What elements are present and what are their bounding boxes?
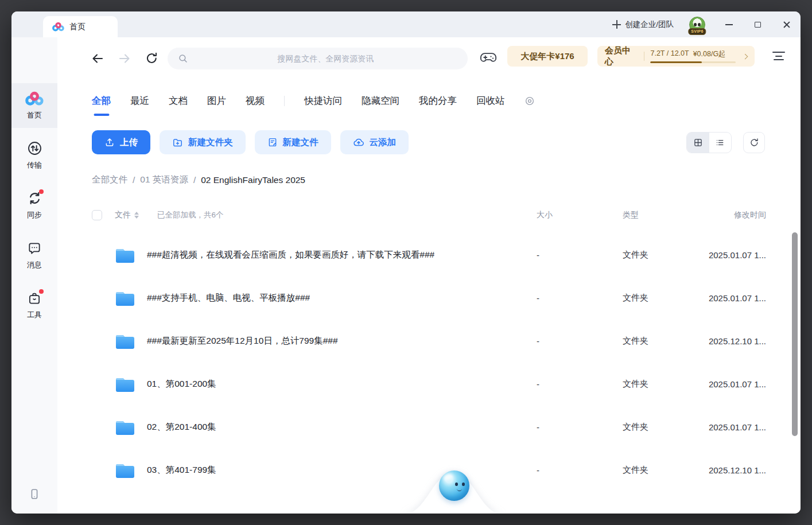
column-file[interactable]: 文件 (115, 210, 131, 220)
file-size: - (537, 336, 623, 346)
sidebar: 首页 传输 (11, 37, 57, 514)
storage-meter[interactable]: 7.2T / 12.0T ¥0.08/G起 (650, 49, 736, 64)
member-center-bar[interactable]: 会员中心 7.2T / 12.0T ¥0.08/G起 (597, 46, 755, 67)
sidebar-item-transfer[interactable]: 传输 (11, 133, 57, 178)
table-header: 文件 已全部加载，共6个 大小 类型 修改时间 (57, 205, 801, 225)
tab-quick-access[interactable]: 快捷访问 (304, 95, 342, 107)
assistant-mascot[interactable] (439, 470, 469, 501)
sidebar-item-messages[interactable]: 消息 (11, 233, 57, 278)
tab-settings-icon[interactable] (525, 96, 535, 106)
tab-hidden-space[interactable]: 隐藏空间 (362, 95, 399, 107)
game-controller-icon[interactable] (480, 50, 497, 65)
file-name[interactable]: ###支持手机、电脑、电视、平板播放### (147, 292, 310, 304)
mobile-device-button[interactable] (11, 487, 57, 501)
tab-documents[interactable]: 文档 (169, 95, 188, 107)
tab-recycle-bin[interactable]: 回收站 (476, 95, 505, 107)
file-type: 文件夹 (623, 250, 706, 260)
table-row[interactable]: 02、第201-400集 - 文件夹 2025.01.07 1... (57, 406, 801, 449)
select-all-checkbox[interactable] (92, 210, 102, 220)
app-window: 首页 创建企业/团队 SVIP6 (11, 11, 801, 514)
home-tab[interactable]: 首页 (43, 16, 118, 37)
file-modified: 2025.12.10 1... (706, 465, 766, 475)
search-icon (178, 53, 188, 64)
file-modified: 2025.01.07 1... (706, 250, 766, 260)
folder-icon (115, 333, 135, 350)
search-bar[interactable] (168, 48, 468, 69)
storage-progress (650, 61, 736, 64)
avatar[interactable]: SVIP6 (689, 17, 705, 33)
sidebar-item-tools[interactable]: 工具 (11, 283, 57, 328)
file-name[interactable]: ###超清视频，在线观看会压缩画质，如果要画质好，请下载下来观看### (147, 249, 434, 261)
breadcrumb-separator: / (133, 175, 135, 185)
sort-icon[interactable] (134, 212, 139, 219)
file-modified: 2025.12.10 1... (706, 336, 766, 346)
sidebar-item-sync[interactable]: 同步 (11, 183, 57, 228)
breadcrumb-root[interactable]: 全部文件 (92, 174, 127, 186)
file-name[interactable]: 01、第001-200集 (147, 378, 216, 390)
file-type: 文件夹 (623, 379, 706, 390)
sidebar-item-home[interactable]: 首页 (11, 83, 57, 128)
search-input[interactable] (194, 54, 457, 63)
maximize-button[interactable] (755, 22, 761, 28)
minimize-button[interactable] (725, 24, 733, 25)
divider (644, 52, 644, 61)
sidebar-label: 首页 (27, 110, 42, 120)
plus-icon (612, 20, 621, 29)
sync-icon (27, 190, 42, 206)
grid-view-button[interactable] (687, 133, 709, 153)
folder-icon (115, 376, 135, 393)
tab-all[interactable]: 全部 (92, 95, 111, 107)
sidebar-label: 同步 (27, 210, 42, 220)
sidebar-label: 工具 (27, 310, 42, 320)
file-size: - (537, 379, 623, 389)
cloud-add-label: 云添加 (370, 137, 397, 149)
refresh-list-button[interactable] (743, 132, 765, 153)
table-row[interactable]: ###支持手机、电脑、电视、平板播放### - 文件夹 2025.01.07 1… (57, 277, 801, 320)
create-team-button[interactable]: 创建企业/团队 (612, 20, 674, 30)
sidebar-label: 消息 (27, 260, 42, 270)
table-row[interactable]: ###超清视频，在线观看会压缩画质，如果要画质好，请下载下来观看### - 文件… (57, 234, 801, 277)
scrollbar-thumb[interactable] (792, 232, 798, 436)
tab-my-shares[interactable]: 我的分享 (419, 95, 457, 107)
cloud-add-button[interactable]: 云添加 (340, 130, 409, 154)
column-type[interactable]: 类型 (623, 210, 706, 220)
breadcrumb-folder[interactable]: 01 英语资源 (140, 174, 188, 186)
tab-videos[interactable]: 视频 (246, 95, 265, 107)
main-content: 大促年卡¥176 会员中心 7.2T / 12.0T ¥0.08/G起 (57, 37, 801, 514)
forward-button[interactable] (118, 52, 131, 65)
folder-icon (115, 247, 135, 264)
new-file-button[interactable]: 新建文件 (255, 130, 331, 154)
home-tab-label: 首页 (69, 22, 86, 32)
column-modified[interactable]: 修改时间 (706, 210, 766, 220)
close-button[interactable] (783, 21, 790, 28)
file-name[interactable]: 03、第401-799集 (147, 464, 216, 476)
message-icon (27, 240, 42, 256)
folder-icon (115, 290, 135, 307)
transfer-icon (27, 141, 42, 156)
table-row[interactable]: ###最新更新至2025年12月10日，总计799集### - 文件夹 2025… (57, 320, 801, 363)
main-menu-icon[interactable] (772, 52, 785, 61)
file-size: - (537, 465, 623, 475)
folder-icon (115, 419, 135, 436)
column-size[interactable]: 大小 (537, 210, 623, 220)
back-button[interactable] (91, 52, 104, 65)
tab-recent[interactable]: 最近 (130, 95, 149, 107)
file-modified: 2025.01.07 1... (706, 293, 766, 303)
category-tabs: 全部 最近 文档 图片 视频 快捷访问 隐藏空间 我的分享 回收站 (92, 95, 535, 107)
breadcrumb-current: 02 EnglishFairyTales 2025 (201, 175, 305, 185)
vip-badge: SVIP6 (688, 28, 706, 35)
tools-icon (27, 290, 42, 306)
table-row[interactable]: 01、第001-200集 - 文件夹 2025.01.07 1... (57, 363, 801, 406)
notification-dot (39, 289, 44, 294)
file-name[interactable]: 02、第201-400集 (147, 421, 216, 433)
tab-images[interactable]: 图片 (207, 95, 226, 107)
new-folder-button[interactable]: 新建文件夹 (160, 130, 246, 154)
upload-button[interactable]: 上传 (92, 130, 150, 154)
reload-button[interactable] (145, 52, 159, 65)
file-size: - (537, 293, 623, 303)
action-bar: 上传 新建文件夹 新建文件 (92, 130, 409, 154)
list-view-button[interactable] (709, 133, 732, 153)
file-name[interactable]: ###最新更新至2025年12月10日，总计799集### (147, 335, 338, 347)
new-file-label: 新建文件 (283, 137, 318, 149)
promo-year-card-button[interactable]: 大促年卡¥176 (507, 46, 588, 67)
